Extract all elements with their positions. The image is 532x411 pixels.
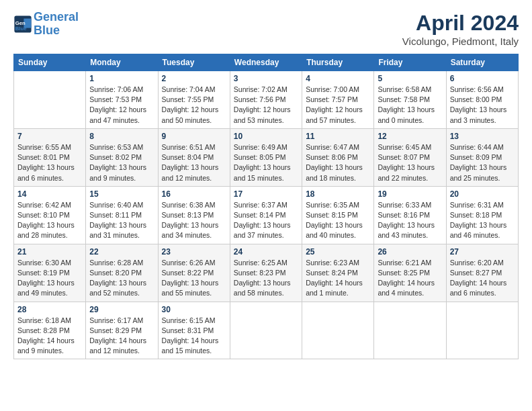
calendar-cell: 4Sunrise: 7:00 AMSunset: 7:57 PMDaylight…: [302, 71, 374, 129]
logo-text: General Blue: [34, 11, 79, 38]
day-number: 24: [234, 247, 298, 257]
day-number: 2: [162, 74, 226, 83]
day-info: Sunrise: 6:44 AMSunset: 8:09 PMDaylight:…: [450, 142, 515, 183]
calendar-cell: 29Sunrise: 6:17 AMSunset: 8:29 PMDayligh…: [86, 302, 158, 359]
day-number: 22: [89, 247, 154, 257]
calendar-cell: 27Sunrise: 6:20 AMSunset: 8:27 PMDayligh…: [446, 244, 518, 302]
day-number: 12: [378, 132, 442, 141]
calendar-cell: 13Sunrise: 6:44 AMSunset: 8:09 PMDayligh…: [446, 128, 518, 186]
day-info: Sunrise: 6:53 AMSunset: 8:02 PMDaylight:…: [89, 142, 154, 183]
title-block: April 2024 Vicolungo, Piedmont, Italy: [402, 11, 519, 47]
calendar-cell: 25Sunrise: 6:23 AMSunset: 8:24 PMDayligh…: [302, 244, 374, 302]
day-number: 18: [306, 189, 370, 199]
day-number: 21: [17, 247, 82, 257]
day-number: 7: [17, 132, 82, 141]
day-info: Sunrise: 6:28 AMSunset: 8:20 PMDaylight:…: [89, 258, 154, 299]
calendar-cell: 28Sunrise: 6:18 AMSunset: 8:28 PMDayligh…: [14, 302, 86, 359]
day-number: 19: [378, 189, 442, 199]
calendar-cell: [446, 302, 518, 359]
day-number: 29: [89, 305, 154, 314]
calendar-cell: 17Sunrise: 6:37 AMSunset: 8:14 PMDayligh…: [230, 186, 302, 244]
day-info: Sunrise: 7:00 AMSunset: 7:57 PMDaylight:…: [306, 85, 370, 126]
day-number: 14: [17, 189, 82, 199]
weekday-header-tuesday: Tuesday: [158, 54, 230, 71]
day-info: Sunrise: 7:02 AMSunset: 7:56 PMDaylight:…: [234, 85, 298, 126]
calendar-cell: 15Sunrise: 6:40 AMSunset: 8:11 PMDayligh…: [86, 186, 158, 244]
calendar-week-row: 21Sunrise: 6:30 AMSunset: 8:19 PMDayligh…: [14, 244, 519, 302]
logo: Gen Blue General Blue: [13, 11, 79, 38]
day-info: Sunrise: 6:47 AMSunset: 8:06 PMDaylight:…: [306, 142, 370, 183]
day-info: Sunrise: 6:31 AMSunset: 8:18 PMDaylight:…: [450, 200, 515, 241]
day-info: Sunrise: 6:56 AMSunset: 8:00 PMDaylight:…: [450, 85, 515, 126]
calendar-cell: [230, 302, 302, 359]
calendar-cell: 14Sunrise: 6:42 AMSunset: 8:10 PMDayligh…: [14, 186, 86, 244]
day-number: 25: [306, 247, 370, 257]
day-info: Sunrise: 6:23 AMSunset: 8:24 PMDaylight:…: [306, 258, 370, 299]
day-number: 8: [89, 132, 154, 141]
weekday-header-monday: Monday: [86, 54, 158, 71]
location-subtitle: Vicolungo, Piedmont, Italy: [402, 36, 519, 47]
day-info: Sunrise: 6:35 AMSunset: 8:15 PMDaylight:…: [306, 200, 370, 241]
calendar-cell: 30Sunrise: 6:15 AMSunset: 8:31 PMDayligh…: [158, 302, 230, 359]
day-info: Sunrise: 7:06 AMSunset: 7:53 PMDaylight:…: [89, 85, 154, 126]
day-info: Sunrise: 6:45 AMSunset: 8:07 PMDaylight:…: [378, 142, 442, 183]
day-number: 9: [162, 132, 226, 141]
day-number: 4: [306, 74, 370, 83]
day-number: 16: [162, 189, 226, 199]
page-container: Gen Blue General Blue April 2024 Vicolun…: [0, 0, 532, 366]
calendar-cell: 10Sunrise: 6:49 AMSunset: 8:05 PMDayligh…: [230, 128, 302, 186]
calendar-cell: 19Sunrise: 6:33 AMSunset: 8:16 PMDayligh…: [374, 186, 446, 244]
calendar-cell: 16Sunrise: 6:38 AMSunset: 8:13 PMDayligh…: [158, 186, 230, 244]
calendar-cell: [14, 71, 86, 129]
calendar-week-row: 28Sunrise: 6:18 AMSunset: 8:28 PMDayligh…: [14, 302, 519, 359]
day-number: 10: [234, 132, 298, 141]
calendar-week-row: 7Sunrise: 6:55 AMSunset: 8:01 PMDaylight…: [14, 128, 519, 186]
day-info: Sunrise: 6:40 AMSunset: 8:11 PMDaylight:…: [89, 200, 154, 241]
day-info: Sunrise: 6:25 AMSunset: 8:23 PMDaylight:…: [234, 258, 298, 299]
day-number: 23: [162, 247, 226, 257]
day-number: 17: [234, 189, 298, 199]
calendar-cell: 21Sunrise: 6:30 AMSunset: 8:19 PMDayligh…: [14, 244, 86, 302]
day-number: 3: [234, 74, 298, 83]
calendar-cell: 23Sunrise: 6:26 AMSunset: 8:22 PMDayligh…: [158, 244, 230, 302]
calendar-table: SundayMondayTuesdayWednesdayThursdayFrid…: [13, 54, 519, 359]
calendar-cell: 11Sunrise: 6:47 AMSunset: 8:06 PMDayligh…: [302, 128, 374, 186]
weekday-header-thursday: Thursday: [302, 54, 374, 71]
weekday-header-sunday: Sunday: [14, 54, 86, 71]
day-number: 30: [162, 305, 226, 314]
calendar-cell: 8Sunrise: 6:53 AMSunset: 8:02 PMDaylight…: [86, 128, 158, 186]
weekday-header-wednesday: Wednesday: [230, 54, 302, 71]
day-info: Sunrise: 6:20 AMSunset: 8:27 PMDaylight:…: [450, 258, 515, 299]
calendar-week-row: 14Sunrise: 6:42 AMSunset: 8:10 PMDayligh…: [14, 186, 519, 244]
calendar-cell: [374, 302, 446, 359]
day-info: Sunrise: 6:15 AMSunset: 8:31 PMDaylight:…: [162, 316, 226, 357]
calendar-cell: 24Sunrise: 6:25 AMSunset: 8:23 PMDayligh…: [230, 244, 302, 302]
calendar-cell: 7Sunrise: 6:55 AMSunset: 8:01 PMDaylight…: [14, 128, 86, 186]
calendar-cell: 9Sunrise: 6:51 AMSunset: 8:04 PMDaylight…: [158, 128, 230, 186]
calendar-cell: 6Sunrise: 6:56 AMSunset: 8:00 PMDaylight…: [446, 71, 518, 129]
calendar-cell: 20Sunrise: 6:31 AMSunset: 8:18 PMDayligh…: [446, 186, 518, 244]
day-info: Sunrise: 6:49 AMSunset: 8:05 PMDaylight:…: [234, 142, 298, 183]
day-number: 28: [17, 305, 82, 314]
day-info: Sunrise: 6:51 AMSunset: 8:04 PMDaylight:…: [162, 142, 226, 183]
calendar-cell: 18Sunrise: 6:35 AMSunset: 8:15 PMDayligh…: [302, 186, 374, 244]
calendar-week-row: 1Sunrise: 7:06 AMSunset: 7:53 PMDaylight…: [14, 71, 519, 129]
calendar-cell: 5Sunrise: 6:58 AMSunset: 7:58 PMDaylight…: [374, 71, 446, 129]
day-number: 1: [89, 74, 154, 83]
day-info: Sunrise: 6:33 AMSunset: 8:16 PMDaylight:…: [378, 200, 442, 241]
calendar-cell: 1Sunrise: 7:06 AMSunset: 7:53 PMDaylight…: [86, 71, 158, 129]
weekday-header-row: SundayMondayTuesdayWednesdayThursdayFrid…: [14, 54, 519, 71]
day-info: Sunrise: 6:26 AMSunset: 8:22 PMDaylight:…: [162, 258, 226, 299]
day-number: 15: [89, 189, 154, 199]
day-number: 26: [378, 247, 442, 257]
day-info: Sunrise: 6:30 AMSunset: 8:19 PMDaylight:…: [17, 258, 82, 299]
logo-icon: Gen Blue: [13, 15, 32, 34]
day-info: Sunrise: 6:55 AMSunset: 8:01 PMDaylight:…: [17, 142, 82, 183]
day-number: 20: [450, 189, 515, 199]
calendar-cell: 12Sunrise: 6:45 AMSunset: 8:07 PMDayligh…: [374, 128, 446, 186]
day-number: 6: [450, 74, 515, 83]
calendar-cell: [302, 302, 374, 359]
day-info: Sunrise: 6:58 AMSunset: 7:58 PMDaylight:…: [378, 85, 442, 126]
weekday-header-friday: Friday: [374, 54, 446, 71]
calendar-cell: 26Sunrise: 6:21 AMSunset: 8:25 PMDayligh…: [374, 244, 446, 302]
